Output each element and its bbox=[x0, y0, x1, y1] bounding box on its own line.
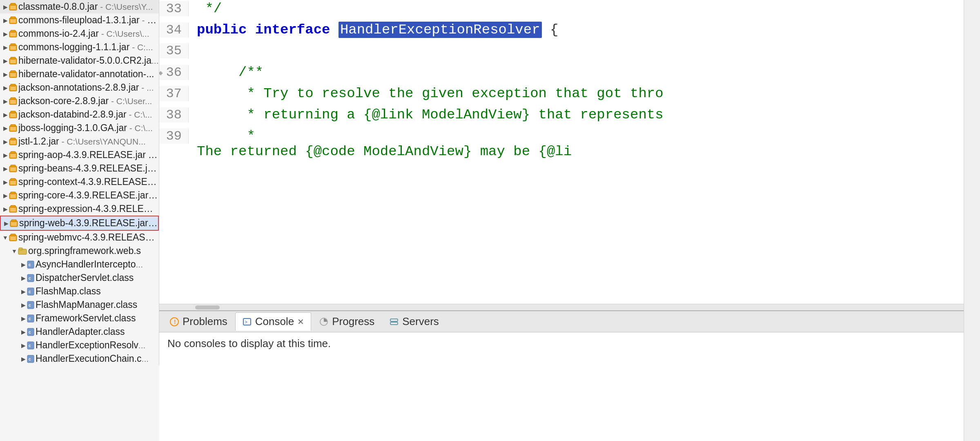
tree-item-commons-fileupload[interactable]: ▶ commons-fileupload-1.3.1.jar - C:\User… bbox=[0, 13, 159, 27]
tree-label: spring-expression-4.3.9.RELEAS... bbox=[18, 203, 159, 214]
tree-item-spring-expression[interactable]: ▶ spring-expression-4.3.9.RELEAS... bbox=[0, 202, 159, 216]
tree-item-jackson-core[interactable]: ▶ jackson-core-2.8.9.jar - C:\User... bbox=[0, 94, 159, 108]
tree-item-HandlerExceptionResolv[interactable]: ▶ c HandlerExceptionResolv... bbox=[0, 339, 159, 352]
tree-arrow[interactable]: ▶ bbox=[20, 342, 27, 349]
tree-arrow[interactable]: ▶ bbox=[2, 111, 9, 118]
tree-item-jstl[interactable]: ▶ jstl-1.2.jar - C:\Users\YANQUN... bbox=[0, 135, 159, 148]
tree-item-HandlerExecutionChain[interactable]: ▶ c HandlerExecutionChain.c... bbox=[0, 352, 159, 365]
token: * The returned {@code ModelAndView} may … bbox=[197, 128, 572, 159]
tree-arrow[interactable]: ▶ bbox=[20, 315, 27, 322]
tree-item-spring-beans[interactable]: ▶ spring-beans-4.3.9.RELEASE.jar... bbox=[0, 162, 159, 175]
jar-icon bbox=[9, 16, 17, 24]
progress-icon bbox=[319, 317, 329, 327]
svg-text:c: c bbox=[29, 263, 31, 267]
tree-item-spring-webmvc[interactable]: ▼ spring-webmvc-4.3.9.RELEASE.j... bbox=[0, 231, 159, 244]
svg-rect-35 bbox=[11, 151, 16, 154]
tree-arrow[interactable]: ▶ bbox=[2, 138, 9, 145]
tree-item-spring-aop[interactable]: ▶ spring-aop-4.3.9.RELEASE.jar - ... bbox=[0, 148, 159, 162]
path-suffix: - C:... bbox=[129, 42, 153, 52]
tree-arrow[interactable]: ▼ bbox=[2, 234, 9, 241]
tree-item-jackson-annotations[interactable]: ▶ jackson-annotations-2.8.9.jar - ... bbox=[0, 81, 159, 94]
tab-label: Problems bbox=[183, 315, 227, 328]
tree-item-jackson-databind[interactable]: ▶ jackson-databind-2.8.9.jar - C:\... bbox=[0, 108, 159, 121]
tree-label: spring-beans-4.3.9.RELEASE.jar... bbox=[18, 163, 159, 174]
horizontal-scrollbar[interactable] bbox=[159, 304, 964, 310]
tree-item-FlashMap[interactable]: ▶ c FlashMap.class bbox=[0, 285, 159, 298]
opening-brace: { bbox=[542, 22, 559, 38]
tree-item-spring-core[interactable]: ▶ spring-core-4.3.9.RELEASE.jar - ... bbox=[0, 189, 159, 202]
tree-item-commons-logging[interactable]: ▶ commons-logging-1.1.1.jar - C:... bbox=[0, 40, 159, 54]
tree-arrow[interactable]: ▶ bbox=[2, 98, 9, 105]
tree-item-spring-context[interactable]: ▶ spring-context-4.3.9.RELEASE.ja... bbox=[0, 175, 159, 189]
tree-label: commons-io-2.4.jar - C:\Users\... bbox=[18, 28, 149, 39]
tree-arrow[interactable]: ▶ bbox=[2, 17, 9, 24]
tree-arrow[interactable]: ▶ bbox=[2, 4, 9, 10]
code-line-38: 38 * returning a {@link ModelAndView} th… bbox=[159, 106, 964, 127]
svg-text:c: c bbox=[29, 316, 31, 321]
jar-icon bbox=[9, 165, 17, 173]
svg-rect-26 bbox=[11, 111, 16, 113]
tree-arrow[interactable]: ▶ bbox=[2, 165, 9, 172]
tree-item-DispatcherServlet[interactable]: ▶ c DispatcherServlet.class bbox=[0, 271, 159, 285]
tree-item-spring-web[interactable]: ▶ spring-web-4.3.9.RELEASE.jar - ... bbox=[0, 216, 159, 231]
scrollbar-thumb[interactable] bbox=[195, 305, 220, 310]
tab-console[interactable]: >_ Console ✕ bbox=[235, 312, 311, 331]
tree-arrow[interactable]: ▶ bbox=[20, 261, 27, 268]
tree-item-classmate[interactable]: ▶ classmate-0.8.0.jar - C:\Users\Y... bbox=[0, 0, 159, 13]
tree-label: jstl-1.2.jar - C:\Users\YANQUN... bbox=[18, 136, 146, 147]
tab-progress[interactable]: Progress bbox=[312, 312, 381, 331]
svg-text:c: c bbox=[29, 330, 31, 334]
tree-item-hibernate-validator-ann[interactable]: ▶ hibernate-validator-annotation-... bbox=[0, 67, 159, 81]
tree-arrow[interactable]: ▶ bbox=[2, 85, 9, 91]
svg-rect-34 bbox=[10, 154, 16, 158]
tree-arrow[interactable]: ▶ bbox=[2, 192, 9, 199]
jar-icon bbox=[9, 97, 17, 105]
token: */ bbox=[197, 1, 222, 16]
tree-arrow[interactable]: ▶ bbox=[20, 329, 27, 335]
tree-arrow[interactable]: ▶ bbox=[2, 71, 9, 78]
tree-arrow[interactable]: ▶ bbox=[2, 44, 9, 51]
keyword-public: public bbox=[197, 22, 247, 38]
tree-label: AsyncHandlerIntercepto... bbox=[36, 259, 143, 270]
svg-rect-52 bbox=[10, 236, 16, 240]
tree-item-org-springframework[interactable]: ▼ org.springframework.web.s bbox=[0, 244, 159, 258]
path-suffix: - ... bbox=[146, 149, 159, 160]
tree-arrow[interactable]: ▶ bbox=[2, 58, 9, 64]
svg-rect-17 bbox=[11, 71, 16, 73]
tree-item-HandlerAdapter[interactable]: ▶ c HandlerAdapter.class bbox=[0, 325, 159, 339]
tree-arrow[interactable]: ▼ bbox=[11, 248, 18, 254]
tree-item-AsyncHandlerInterceptor[interactable]: ▶ c AsyncHandlerIntercepto... bbox=[0, 258, 159, 271]
tab-close-btn[interactable]: ✕ bbox=[297, 317, 304, 327]
svg-rect-31 bbox=[10, 140, 16, 144]
token: * returning a {@link ModelAndView} that … bbox=[197, 107, 664, 122]
tree-arrow[interactable]: ▶ bbox=[20, 356, 27, 362]
tree-label: FlashMap.class bbox=[36, 286, 101, 297]
tree-label: HandlerExecutionChain.c... bbox=[36, 353, 149, 364]
code-area: 33 */34public interface HandlerException… bbox=[159, 0, 964, 304]
tree-item-commons-io[interactable]: ▶ commons-io-2.4.jar - C:\Users\... bbox=[0, 27, 159, 40]
tree-arrow[interactable]: ▶ bbox=[2, 125, 9, 131]
tree-item-FlashMapManager[interactable]: ▶ c FlashMapManager.class bbox=[0, 298, 159, 312]
path-suffix: - ... bbox=[148, 218, 158, 228]
line-content: public interface HandlerExceptionResolve… bbox=[189, 22, 558, 38]
tree-item-FrameworkServlet[interactable]: ▶ c FrameworkServlet.class bbox=[0, 312, 159, 325]
jar-icon bbox=[10, 219, 18, 227]
tree-arrow[interactable]: ▶ bbox=[20, 275, 27, 281]
tree-label: spring-webmvc-4.3.9.RELEASE.j... bbox=[18, 232, 159, 243]
tree-item-hibernate-validator[interactable]: ▶ hibernate-validator-5.0.0.CR2.ja... bbox=[0, 54, 159, 67]
tab-problems[interactable]: ! Problems bbox=[163, 312, 234, 331]
tree-item-jboss-logging[interactable]: ▶ jboss-logging-3.1.0.GA.jar - C:\... bbox=[0, 121, 159, 135]
tree-arrow[interactable]: ▶ bbox=[20, 288, 27, 295]
tab-servers[interactable]: Servers bbox=[382, 312, 446, 331]
tree-arrow[interactable]: ▶ bbox=[2, 152, 9, 158]
svg-rect-49 bbox=[11, 222, 17, 226]
svg-rect-55 bbox=[19, 248, 22, 250]
tree-arrow[interactable]: ▶ bbox=[2, 206, 9, 212]
tree-arrow[interactable]: ▶ bbox=[2, 220, 10, 227]
editor-panel: 33 */34public interface HandlerException… bbox=[159, 0, 964, 310]
tree-arrow[interactable]: ▶ bbox=[2, 31, 9, 37]
tree-arrow[interactable]: ▶ bbox=[2, 179, 9, 185]
tree-arrow[interactable]: ▶ bbox=[20, 302, 27, 308]
svg-rect-50 bbox=[11, 220, 16, 222]
jar-icon bbox=[9, 124, 17, 132]
